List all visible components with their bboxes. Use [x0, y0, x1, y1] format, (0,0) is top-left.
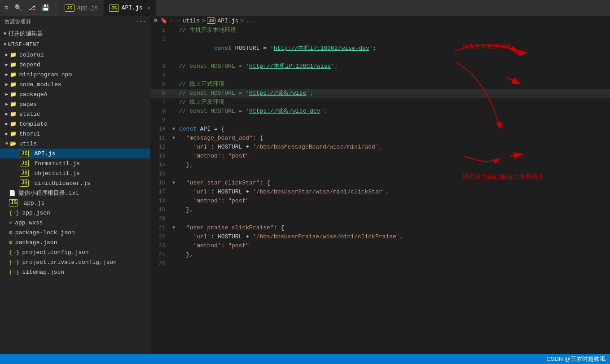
sidebar-item-colorui[interactable]: ▶ 📁 colorui	[0, 50, 150, 60]
line-content-19: },	[177, 206, 610, 215]
line-content-21: "user_praise_clickPraise": {	[177, 224, 610, 232]
line-num-18: 18	[150, 197, 171, 206]
line-content-5: // 线上正式环境	[177, 80, 610, 89]
fold-16[interactable]: ▼	[171, 179, 177, 188]
project-section[interactable]: ▼ WISE-MINI	[0, 39, 150, 50]
sidebar-item-template[interactable]: ▶ 📁 template	[0, 119, 150, 129]
sidebar-item-objectutil[interactable]: JS objectutil.js	[0, 168, 150, 178]
sidebar-item-utils[interactable]: ▼ 📂 utils	[0, 139, 150, 149]
sidebar-item-package-lock[interactable]: ⚙ package-lock.json	[0, 228, 150, 237]
line-content-4	[177, 71, 610, 80]
label-utils: utils	[19, 140, 37, 147]
line-content-24: },	[177, 250, 610, 259]
sidebar-item-thorui[interactable]: ▶ 📁 thorui	[0, 129, 150, 139]
tab-api-js[interactable]: JS API.js ✕	[104, 0, 156, 16]
menu-icon[interactable]: ≡	[4, 4, 8, 12]
sidebar-item-app-js[interactable]: JS app.js	[0, 198, 150, 208]
sidebar-item-project-config[interactable]: {·} project.config.json	[0, 247, 150, 257]
sidebar-item-api-js[interactable]: JS API.js	[0, 149, 150, 158]
breadcrumb-back[interactable]: ←	[170, 18, 174, 24]
line-content-13: 'method': "post"	[177, 152, 610, 161]
code-line-16: 16 ▼ "user_star_clickStar": {	[150, 179, 610, 188]
fold-11[interactable]: ▼	[171, 134, 177, 143]
js-icon-api: JS	[20, 150, 29, 157]
label-app-json: app.json	[22, 210, 50, 216]
save-icon[interactable]: 💾	[42, 4, 49, 12]
search-icon[interactable]: 🔍	[14, 4, 22, 12]
code-line-11: 11 ▼ "message_board_add": {	[150, 134, 610, 143]
breadcrumb-utils: utils	[182, 18, 200, 24]
source-control-icon[interactable]: ⎇	[28, 4, 35, 12]
line-num-24: 24	[150, 250, 171, 259]
open-editors-section[interactable]: ▼ 打开的编辑器	[0, 28, 150, 39]
label-miniprogram: miniprogram_npm	[19, 71, 72, 78]
tab-close-icon[interactable]: ✕	[147, 4, 150, 11]
js-icon-object: JS	[20, 170, 29, 177]
line-num-1: 1	[150, 26, 171, 35]
breadcrumb-forward[interactable]: →	[176, 18, 180, 24]
sidebar-item-pages[interactable]: ▶ 📁 pages	[0, 99, 150, 109]
line-content-12: 'url': HOSTURL + '/bbs/bbsMessageBoard/w…	[177, 143, 610, 152]
fold-4	[171, 71, 177, 80]
line-num-13: 13	[150, 152, 171, 161]
line-num-9: 9	[150, 116, 171, 125]
json-icon-pkg: ⚙	[9, 239, 13, 246]
code-area[interactable]: 1 // 主机开发本地环境 2 const HOSTURL = 'http://…	[150, 26, 610, 354]
fold-22	[171, 232, 177, 241]
label-template: template	[19, 121, 47, 127]
sidebar-item-qiniu[interactable]: JS qiniuUploader.js	[0, 178, 150, 188]
folder-icon-thorui: 📁	[10, 131, 17, 137]
fold-10[interactable]: ▼	[171, 125, 177, 134]
label-wechat-txt: 微信小程序根目录.txt	[18, 189, 79, 197]
line-content-17: 'url': HOSTURL + '/bbs/bbsUserStar/wise/…	[177, 188, 610, 197]
json-icon-projcfg: {·}	[9, 249, 19, 256]
fold-25	[171, 259, 177, 268]
line-content-11: "message_board_add": {	[177, 134, 610, 143]
line-content-8: // const HOSTURL = 'https://域名/wise-dev'…	[177, 107, 610, 116]
sidebar-item-package-json[interactable]: ⚙ package.json	[0, 237, 150, 247]
folder-arrow-colorui: ▶	[5, 52, 8, 57]
sidebar-item-app-wxss[interactable]: ≡ app.wxss	[0, 218, 150, 228]
sidebar-item-node-modules[interactable]: ▶ 📁 node_modules	[0, 79, 150, 89]
json-icon-sitemap: {·}	[9, 269, 19, 276]
breadcrumb: utils > JS API.js > ...	[182, 18, 256, 24]
folder-arrow-packageA: ▶	[5, 92, 8, 97]
folder-icon-miniprogram: 📁	[10, 71, 17, 78]
code-line-24: 24 },	[150, 250, 610, 259]
label-app-js: app.js	[23, 200, 44, 206]
sidebar-item-static[interactable]: ▶ 📁 static	[0, 109, 150, 119]
code-line-25: 25	[150, 259, 610, 268]
code-line-19: 19 },	[150, 206, 610, 215]
sidebar-item-miniprogram[interactable]: ▶ 📁 miniprogram_npm	[0, 70, 150, 79]
line-content-22: 'url': HOSTURL + '/bbs/bbsUserPraise/wis…	[177, 232, 610, 241]
wxss-icon: ≡	[9, 219, 12, 226]
sidebar-item-sitemap[interactable]: {·} sitemap.json	[0, 267, 150, 277]
line-num-2: 2	[150, 35, 171, 62]
code-line-13: 13 'method': "post"	[150, 152, 610, 161]
sidebar-item-wechat-txt[interactable]: 📄 微信小程序根目录.txt	[0, 188, 150, 198]
sidebar-item-app-json[interactable]: {·} app.json	[0, 208, 150, 218]
sidebar-item-project-private[interactable]: {·} project.private.config.json	[0, 257, 150, 267]
fold-9	[171, 116, 177, 125]
sidebar-item-formatutil[interactable]: JS formatutil.js	[0, 158, 150, 168]
label-project-config: project.config.json	[22, 249, 88, 256]
sidebar-item-depend[interactable]: ▶ 📁 depend	[0, 60, 150, 70]
label-colorui: colorui	[19, 52, 44, 58]
label-project-private: project.private.config.json	[22, 259, 117, 266]
editor-list-icon[interactable]: ≡	[154, 18, 158, 24]
tabs-area: JS app.js JS API.js ✕	[59, 0, 606, 16]
open-editors-label: 打开的编辑器	[8, 30, 43, 38]
json-icon-app: {·}	[9, 210, 19, 216]
line-num-6: 6	[150, 89, 171, 98]
project-label: WISE-MINI	[8, 41, 39, 48]
sidebar-more-button[interactable]: ···	[136, 18, 146, 25]
bookmark-icon[interactable]: 🔖	[160, 17, 167, 24]
label-package-lock: package-lock.json	[15, 229, 75, 236]
fold-17	[171, 188, 177, 197]
label-formatutil: formatutil.js	[34, 160, 79, 167]
fold-21[interactable]: ▼	[171, 224, 177, 232]
line-num-21: 21	[150, 224, 171, 232]
sidebar-item-packageA[interactable]: ▶ 📁 packageA	[0, 89, 150, 99]
folder-icon-node: 📁	[10, 81, 17, 88]
tab-app-js[interactable]: JS app.js	[59, 0, 104, 16]
